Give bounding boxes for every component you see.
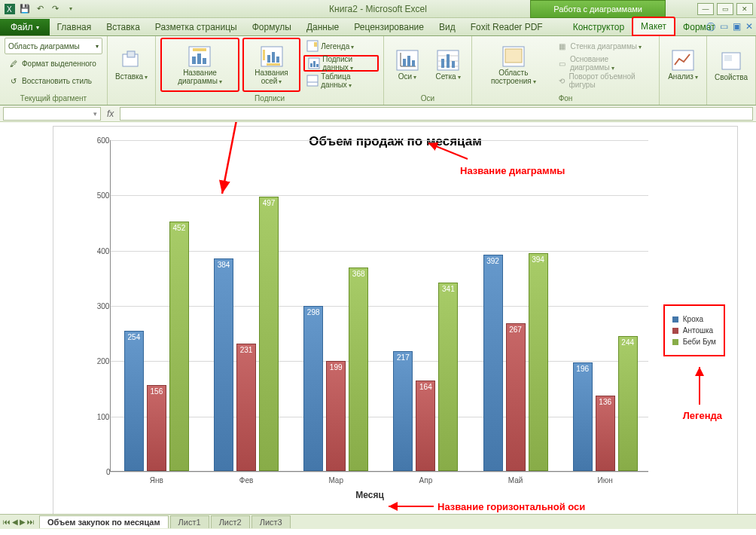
fx-icon[interactable]: fx [101,109,120,119]
tab-home[interactable]: Главная [50,19,99,35]
insert-button[interactable]: Вставка [112,38,151,92]
svg-rect-12 [272,52,275,63]
tab-layout[interactable]: Макет [632,17,675,36]
data-label: 341 [439,285,457,293]
qat-customize-icon[interactable] [63,2,77,16]
ribbon-group-background: Область построения ▦ Стенка диаграммы ▭ … [472,36,660,105]
sheet-tab[interactable]: Лист2 [211,515,250,528]
plot-area-button[interactable]: Область построения [477,38,550,92]
chart-bar[interactable]: 231 [236,344,256,471]
excel-icon[interactable]: X [3,2,17,16]
save-icon[interactable]: 💾 [18,2,32,16]
tab-view[interactable]: Вид [431,19,463,35]
chart-bar[interactable]: 267 [506,323,526,471]
chevron-down-icon: ▾ [96,43,99,50]
tab-insert[interactable]: Вставка [99,19,148,35]
tab-review[interactable]: Рецензирование [346,19,431,35]
sheet-nav-last-icon[interactable]: ⏭ [27,518,35,526]
analysis-button[interactable]: Анализ [664,38,702,92]
quick-access-toolbar: X 💾 ↶ ↷ [0,2,77,16]
rotation-3d-icon: ⟲ [556,75,567,87]
chevron-down-icon: ▾ [36,24,39,31]
data-label: 254 [125,333,143,341]
chart-bar[interactable]: 452 [169,222,189,471]
chart-bar[interactable]: 497 [259,197,279,471]
legend-icon [306,40,319,52]
ribbon-group-label: Подписи [160,93,379,103]
chart-bar[interactable]: 156 [147,385,166,471]
axis-titles-button[interactable]: Названия осей [242,38,300,92]
chart-element-dropdown-label: Область диаграммы [8,42,80,50]
formula-input[interactable] [120,107,753,121]
chart-bar[interactable]: 196 [573,362,593,471]
name-box[interactable]: ▾ [3,107,101,121]
undo-icon[interactable]: ↶ [33,2,47,16]
restore-button[interactable]: ▭ [717,3,733,15]
chart-bar[interactable]: 394 [529,253,548,471]
sheet-nav-prev-icon[interactable]: ◀ [12,518,18,526]
ribbon-tabs: Файл▾ Главная Вставка Разметка страницы … [0,18,756,36]
chart-title-button[interactable]: Название диаграммы [160,38,239,92]
chart-object[interactable]: Объем продаж по месяцам 0100200300400500… [53,126,738,525]
data-table-button[interactable]: Таблица данных [303,72,379,89]
sheet-nav-first-icon[interactable]: ⏮ [3,518,11,526]
legend-item[interactable]: Кроха [672,315,716,323]
analysis-label: Анализ [668,72,698,81]
close-button[interactable]: ✕ [736,3,753,15]
help-icon[interactable]: ⓘ [706,21,715,34]
data-labels-button-label: Подписи данных [322,55,374,72]
chart-bar[interactable]: 244 [618,336,638,471]
chart-bar[interactable]: 392 [483,255,503,471]
legend-item[interactable]: Антошка [672,326,716,335]
tab-page-layout[interactable]: Разметка страницы [148,19,245,35]
chart-bar[interactable]: 384 [214,258,233,471]
svg-rect-10 [263,50,265,60]
file-tab[interactable]: Файл▾ [0,19,50,35]
chart-element-dropdown[interactable]: Область диаграммы ▾ [5,38,102,54]
gridlines-button[interactable]: Сетка [429,38,467,92]
minimize-ribbon-icon[interactable]: ▭ [720,21,728,34]
data-table-button-label: Таблица данных [321,72,376,89]
legend-swatch [672,339,678,345]
tab-data[interactable]: Данные [299,19,346,35]
chart-bar[interactable]: 217 [393,351,413,471]
sheet-tab[interactable]: Лист1 [170,515,209,528]
chart-bar[interactable]: 164 [416,381,435,471]
data-labels-button[interactable]: Подписи данных [303,55,379,72]
reset-style-button[interactable]: ↺ Восстановить стиль [5,72,102,89]
minimize-button[interactable]: — [697,3,714,15]
data-label: 244 [619,338,637,347]
chart-bar[interactable]: 368 [349,268,368,471]
format-selection-button[interactable]: 🖉 Формат выделенного [5,55,102,72]
svg-rect-19 [313,61,316,67]
ribbon-group-label [712,102,751,103]
y-axis-tick: 600 [97,136,110,145]
chart-legend[interactable]: КрохаАнтошкаБеби Бум [663,304,725,356]
legend-item[interactable]: Беби Бум [672,338,716,346]
tab-foxit[interactable]: Foxit Reader PDF [463,19,550,35]
chart-bar[interactable]: 254 [124,331,144,471]
chart-bar[interactable]: 341 [438,283,458,471]
chart-bar[interactable]: 298 [303,306,323,471]
tab-formulas[interactable]: Формулы [245,19,299,35]
tab-design[interactable]: Конструктор [565,19,632,35]
sheet-tab-active[interactable]: Объем закупок по месяцам [39,515,169,528]
properties-button[interactable]: Свойства [712,38,751,92]
plot-area[interactable]: 0100200300400500600254156452Янв384231497… [84,133,656,502]
close-workbook-icon[interactable]: ✕ [745,21,753,34]
axes-button[interactable]: Оси [389,38,426,92]
file-tab-label: Файл [11,22,33,32]
formula-bar: ▾ fx [0,105,756,122]
chart-bar[interactable]: 199 [326,361,346,471]
restore-window-icon[interactable]: ▣ [733,21,741,34]
sheet-tab[interactable]: Лист3 [251,515,291,528]
data-label: 156 [148,387,166,396]
data-label: 164 [416,383,434,391]
legend-button[interactable]: Легенда [303,38,379,54]
data-label: 231 [237,346,255,354]
chart-bar[interactable]: 136 [596,396,615,471]
x-axis-title[interactable]: Месяц [355,490,384,500]
sheet-nav-next-icon[interactable]: ▶ [20,518,26,526]
svg-rect-28 [412,60,415,66]
redo-icon[interactable]: ↷ [48,2,62,16]
